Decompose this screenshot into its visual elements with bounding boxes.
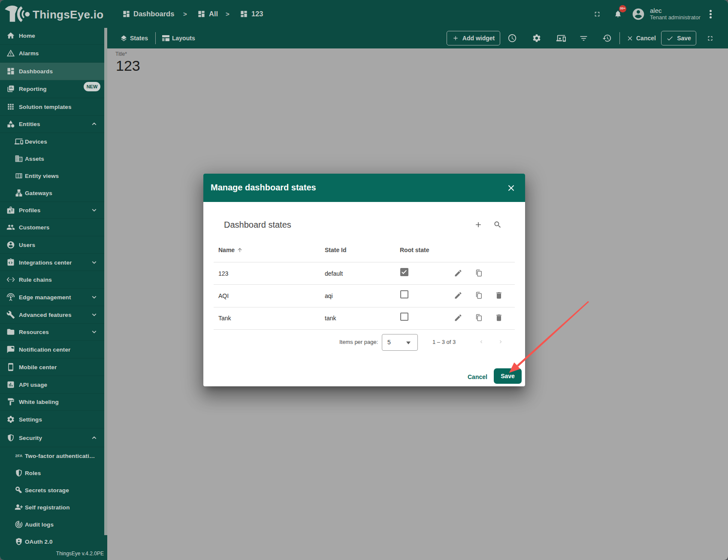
svg-text:2FA: 2FA <box>15 454 23 458</box>
